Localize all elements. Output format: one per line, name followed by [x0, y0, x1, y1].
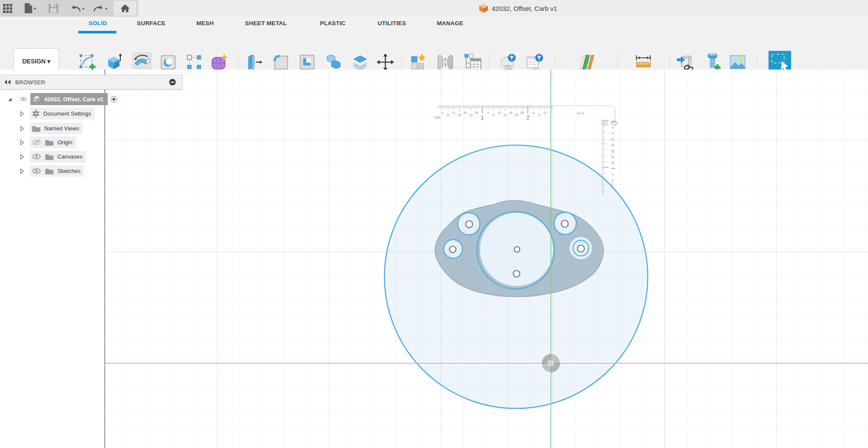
redo-button[interactable]: ▾ — [90, 1, 110, 16]
tab-surface[interactable]: SURFACE — [137, 20, 166, 27]
browser-title: BROWSER — [15, 79, 45, 86]
folder-icon — [45, 167, 54, 175]
canvases-label: Canvases — [57, 153, 83, 160]
document-settings-label: Document Settings — [43, 110, 91, 117]
root-component-label: 42032, Offset, Carb v1 — [44, 96, 103, 103]
browser-header[interactable]: BROWSER — [1, 75, 182, 90]
file-menu-caret-icon: ▾ — [34, 6, 36, 11]
collapse-panel-icon[interactable] — [3, 79, 11, 85]
canvas-grid — [0, 70, 868, 448]
document-title-text: 42032, Offset, Carb v1 — [492, 5, 557, 12]
tab-utilities[interactable]: UTILITIES — [378, 20, 406, 27]
component-cube-icon — [33, 95, 41, 103]
named-views-label: Named Views — [44, 125, 79, 132]
home-view-button[interactable] — [114, 1, 136, 16]
browser-item-document-settings[interactable]: Document Settings — [19, 108, 95, 119]
undo-caret-icon[interactable]: ▾ — [82, 6, 84, 11]
collapsed-triangle-icon[interactable] — [19, 125, 26, 132]
visibility-eye-icon[interactable] — [32, 153, 41, 160]
tab-plastic[interactable]: PLASTIC — [320, 20, 345, 27]
gear-icon — [32, 110, 40, 118]
minimize-browser-icon[interactable] — [169, 79, 176, 86]
app-grid-icon[interactable] — [0, 1, 15, 16]
tab-sheet-metal[interactable]: SHEET METAL — [245, 20, 287, 27]
browser-panel-border[interactable] — [104, 70, 105, 448]
folder-icon — [45, 139, 54, 146]
visibility-eye-icon[interactable] — [32, 168, 41, 174]
collapsed-triangle-icon[interactable] — [19, 168, 26, 175]
visibility-off-eye-icon[interactable] — [32, 139, 41, 146]
browser-item-named-views[interactable]: Named Views — [19, 123, 83, 134]
tab-manage[interactable]: MANAGE — [437, 20, 463, 27]
application-top-bar: ▾ ▾ ▾ 42032, Offset, Carb v1 — [0, 0, 868, 17]
expanded-triangle-icon[interactable] — [6, 96, 13, 103]
ribbon: SOLID SURFACE MESH SHEET METAL PLASTIC U… — [0, 17, 868, 70]
collapsed-triangle-icon[interactable] — [19, 139, 26, 146]
undo-button[interactable]: ▾ — [67, 1, 87, 16]
browser-item-canvases[interactable]: Canvases — [19, 151, 86, 163]
save-button[interactable] — [46, 1, 61, 16]
activate-component-radio[interactable] — [110, 96, 117, 103]
browser-root-selection[interactable]: 42032, Offset, Carb v1 — [30, 93, 108, 105]
active-tab-underline — [78, 31, 116, 33]
document-cube-icon — [479, 3, 488, 13]
viewport-canvas[interactable]: 4812162024284812162024284812121/3221-U04… — [0, 70, 868, 448]
tab-mesh[interactable]: MESH — [196, 20, 214, 27]
document-title: 42032, Offset, Carb v1 — [479, 0, 557, 17]
collapsed-triangle-icon[interactable] — [19, 110, 26, 117]
collapsed-triangle-icon[interactable] — [19, 153, 26, 160]
visibility-eye-icon[interactable] — [20, 96, 27, 103]
browser-item-root[interactable]: 42032, Offset, Carb v1 — [6, 93, 117, 105]
browser-item-sketches[interactable]: Sketches — [19, 165, 84, 177]
folder-icon — [45, 153, 54, 160]
file-menu-button[interactable]: ▾ — [21, 1, 39, 16]
redo-caret-icon[interactable]: ▾ — [105, 6, 107, 11]
tab-solid[interactable]: SOLID — [89, 20, 107, 27]
browser-item-origin[interactable]: Origin — [19, 136, 76, 148]
origin-label: Origin — [57, 139, 73, 146]
sketches-label: Sketches — [57, 168, 80, 174]
folder-icon — [32, 125, 41, 132]
